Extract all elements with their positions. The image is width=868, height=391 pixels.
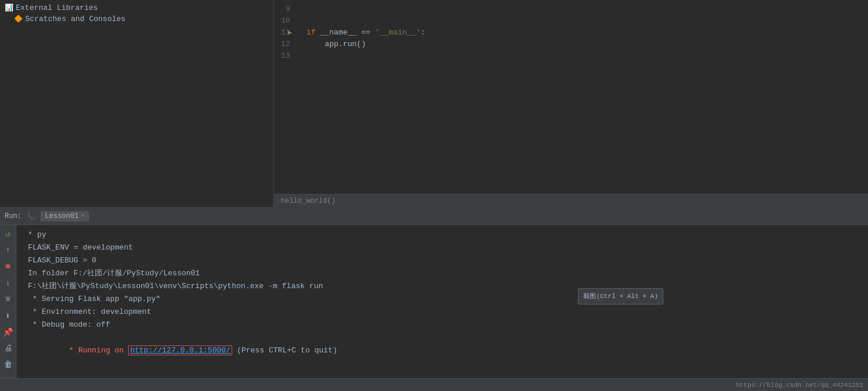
- code-line-10: [297, 15, 868, 27]
- output-line-2: FLASK_ENV = development: [23, 241, 861, 254]
- code-line-12: app.run(): [297, 39, 868, 50]
- run-tab-label: Lesson01: [45, 212, 79, 220]
- output-line-7: * Environment: development: [23, 306, 861, 319]
- operator-eq: ==: [361, 27, 371, 39]
- run-toolbar: ↺ ↑ ■ ↓ ≡ ⬇ 📌 🖨 🗑: [0, 225, 16, 378]
- status-bar: https://blog.csdn.net/qq_44241252: [0, 378, 868, 391]
- output-line-3: FLASK_DEBUG = 0: [23, 254, 861, 267]
- output-line-9: * Running on http://127.0.0.1:5000/ (Pre…: [23, 331, 861, 370]
- scratches-icon: 🔶: [14, 15, 23, 23]
- code-lines[interactable]: ▶ if __name__ == '__main__': app.run(): [297, 2, 868, 194]
- output-running-label: * Running on: [60, 346, 128, 355]
- output-line-5: F:\社团\计服\PyStudy\Lesson01\venv\Scripts\p…: [23, 280, 861, 293]
- run-label: Run:: [5, 212, 22, 220]
- run-body: ↺ ↑ ■ ↓ ≡ ⬇ 📌 🖨 🗑 * py FLASK_ENV = devel…: [0, 225, 868, 378]
- code-line-13: [297, 50, 868, 62]
- output-press-ctrlc: (Press CTRL+C to quit): [232, 346, 337, 355]
- stop-button[interactable]: ■: [2, 260, 15, 273]
- output-line-4: In folder F:/社团/计服/PyStudy/Lesson01: [23, 267, 861, 280]
- dunder-name: __name__: [320, 27, 356, 39]
- output-line-1: * py: [23, 229, 861, 241]
- sidebar-item-scratches[interactable]: 🔶 Scratches and Consoles: [0, 13, 273, 25]
- menu-button-2[interactable]: ⬇: [2, 309, 15, 322]
- run-arrow-icon: ▶: [288, 27, 292, 39]
- editor-footer: hello_world(): [274, 194, 868, 207]
- code-editor: 9 10 11 12 13 ▶ if __name__ == '__main__…: [274, 0, 868, 207]
- output-url-link[interactable]: http://127.0.0.1:5000/: [128, 345, 232, 355]
- run-panel: Run: 📞 Lesson01 × ↺ ↑ ■ ↓ ≡ ⬇ 📌 🖨 🗑 * py…: [0, 207, 868, 378]
- sidebar-item-external-libraries[interactable]: 📊 External Libraries: [0, 2, 273, 13]
- run-tab-close-button[interactable]: ×: [81, 213, 84, 219]
- scroll-down-button[interactable]: ↓: [2, 276, 15, 289]
- run-tab-lesson01[interactable]: Lesson01 ×: [40, 211, 89, 222]
- sidebar: 📊 External Libraries 🔶 Scratches and Con…: [0, 0, 274, 207]
- code-line-9: [297, 4, 868, 15]
- bar-chart-icon: 📊: [5, 4, 13, 12]
- scroll-up-button[interactable]: ↑: [2, 244, 15, 257]
- colon: :: [421, 27, 425, 39]
- run-icon: 📞: [26, 212, 36, 221]
- code-line-11: ▶ if __name__ == '__main__':: [297, 27, 868, 39]
- run-header: Run: 📞 Lesson01 ×: [0, 207, 868, 225]
- line-numbers: 9 10 11 12 13: [274, 2, 297, 194]
- output-line-6: * Serving Flask app "app.py": [23, 293, 861, 306]
- menu-button-1[interactable]: ≡: [2, 293, 15, 306]
- status-url: https://blog.csdn.net/qq_44241252: [736, 382, 863, 389]
- external-libraries-label: External Libraries: [16, 4, 98, 12]
- string-main: '__main__': [375, 27, 421, 39]
- footer-function-label: hello_world(): [281, 197, 336, 205]
- pin-button[interactable]: 📌: [2, 326, 15, 338]
- scratches-label: Scratches and Consoles: [25, 15, 126, 23]
- tooltip-text: 截图(Ctrl + Alt + A): [583, 293, 658, 300]
- print-button[interactable]: 🖨: [2, 342, 15, 355]
- screenshot-tooltip: 截图(Ctrl + Alt + A): [578, 288, 663, 305]
- run-output: * py FLASK_ENV = development FLASK_DEBUG…: [16, 225, 868, 378]
- keyword-if: if: [306, 27, 316, 39]
- code-app-run: app.run(): [325, 39, 366, 50]
- clear-button[interactable]: 🗑: [2, 358, 15, 371]
- rerun-button[interactable]: ↺: [2, 227, 15, 240]
- output-line-8: * Debug mode: off: [23, 319, 861, 331]
